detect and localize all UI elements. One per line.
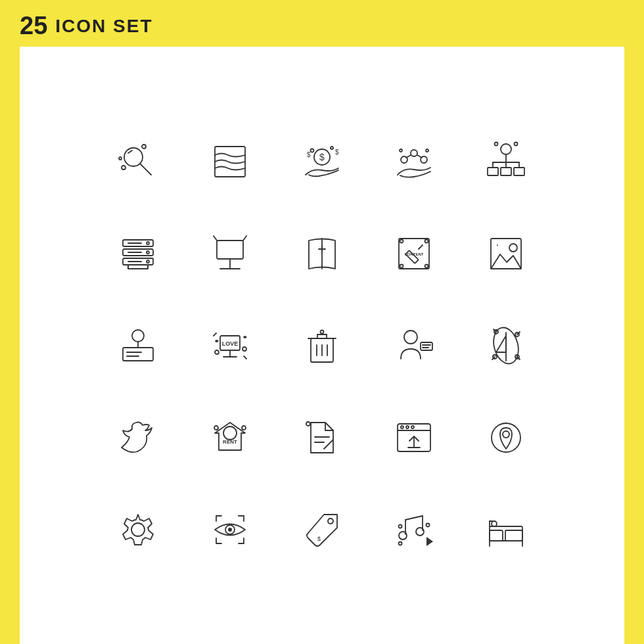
- svg-point-34: [147, 242, 149, 244]
- bible-book-icon: [276, 208, 368, 300]
- svg-point-63: [132, 330, 144, 342]
- svg-text:$: $: [307, 151, 311, 158]
- svg-rect-134: [490, 530, 503, 541]
- svg-point-18: [400, 149, 402, 152]
- svg-point-118: [503, 431, 509, 438]
- svg-line-2: [128, 150, 132, 153]
- svg-rect-43: [217, 241, 243, 259]
- svg-line-108: [324, 448, 325, 449]
- svg-point-130: [399, 524, 402, 528]
- svg-point-55: [425, 264, 428, 267]
- svg-point-119: [131, 523, 145, 536]
- svg-line-75: [244, 356, 246, 359]
- upload-browser-icon: [368, 392, 460, 484]
- svg-point-3: [122, 166, 126, 170]
- svg-point-52: [400, 239, 403, 242]
- search-magnify-icon: [92, 116, 184, 208]
- content-pencil-icon: CONTENT: [368, 208, 460, 300]
- document-edit-icon: [276, 392, 368, 484]
- svg-point-61: [509, 244, 517, 252]
- svg-point-102: [242, 426, 246, 430]
- svg-line-57: [419, 245, 423, 249]
- icon-count: 25: [20, 12, 47, 40]
- icon-grid-container: $ $ $: [20, 47, 624, 644]
- svg-point-100: [223, 426, 237, 440]
- svg-line-47: [243, 236, 246, 241]
- music-play-icon: [368, 484, 460, 576]
- svg-text:LOVE: LOVE: [222, 340, 239, 347]
- svg-point-10: [331, 147, 333, 149]
- svg-point-132: [399, 541, 402, 545]
- svg-line-124: [405, 516, 423, 520]
- location-pin-icon: [460, 392, 552, 484]
- eye-focus-icon: [184, 484, 276, 576]
- molecule-hand-icon: [368, 116, 460, 208]
- svg-rect-6: [215, 147, 245, 177]
- page-title: ICON SET: [55, 16, 152, 37]
- icon-grid: $ $ $: [92, 116, 552, 576]
- svg-point-9: [311, 149, 314, 152]
- svg-point-13: [411, 150, 417, 156]
- settings-gear-icon: [92, 484, 184, 576]
- svg-line-1: [140, 164, 151, 175]
- svg-marker-60: [491, 254, 521, 269]
- svg-point-113: [406, 426, 409, 428]
- trash-can-icon: [276, 300, 368, 392]
- svg-rect-28: [514, 168, 524, 175]
- speaker-podium-icon: [92, 300, 184, 392]
- svg-line-107: [325, 440, 333, 448]
- svg-point-20: [501, 144, 511, 154]
- svg-point-109: [306, 422, 310, 426]
- svg-text:$: $: [317, 536, 321, 542]
- svg-point-53: [425, 239, 428, 242]
- svg-line-46: [214, 236, 217, 241]
- svg-point-127: [399, 532, 407, 540]
- org-chart-icon: [460, 116, 552, 208]
- svg-point-84: [321, 330, 324, 333]
- svg-point-29: [495, 142, 498, 145]
- svg-rect-86: [421, 342, 432, 350]
- love-sign-icon: LOVE: [184, 300, 276, 392]
- svg-rect-40: [128, 265, 148, 269]
- svg-line-74: [214, 333, 216, 336]
- svg-point-72: [215, 350, 219, 354]
- svg-marker-129: [426, 537, 433, 546]
- svg-line-16: [406, 155, 411, 158]
- svg-text:CONTENT: CONTENT: [405, 252, 424, 256]
- svg-point-140: [492, 521, 497, 526]
- svg-point-112: [401, 426, 403, 428]
- svg-point-121: [228, 528, 232, 532]
- svg-point-122: [328, 518, 333, 524]
- bed-icon: [460, 484, 552, 576]
- twitter-bird-icon: [92, 392, 184, 484]
- svg-text:$: $: [319, 152, 325, 162]
- svg-point-131: [426, 523, 430, 526]
- sailboat-leaf-icon: [460, 300, 552, 392]
- signboard-icon: [184, 208, 276, 300]
- svg-point-5: [119, 157, 122, 160]
- svg-text:$: $: [335, 149, 339, 156]
- server-rack-icon: [92, 208, 184, 300]
- money-hand-icon: $ $ $: [276, 116, 368, 208]
- svg-rect-135: [505, 530, 522, 541]
- price-tag-dollar-icon: $: [276, 484, 368, 576]
- page-header: 25 ICON SET: [0, 0, 173, 47]
- svg-point-114: [411, 426, 414, 428]
- map-terrain-icon: [184, 116, 276, 208]
- svg-point-85: [404, 331, 417, 344]
- svg-rect-64: [123, 348, 153, 361]
- svg-rect-133: [490, 526, 522, 541]
- svg-rect-27: [501, 168, 511, 175]
- svg-point-36: [147, 260, 149, 263]
- svg-rect-59: [491, 239, 521, 269]
- svg-rect-26: [488, 168, 498, 175]
- svg-point-73: [242, 347, 246, 351]
- svg-point-4: [142, 145, 146, 149]
- svg-point-128: [416, 528, 424, 536]
- svg-line-17: [417, 155, 422, 158]
- svg-point-35: [147, 251, 149, 254]
- svg-point-101: [214, 426, 218, 430]
- image-frame-icon: [460, 208, 552, 300]
- rent-sign-icon: RENT: [184, 392, 276, 484]
- svg-point-19: [426, 149, 428, 152]
